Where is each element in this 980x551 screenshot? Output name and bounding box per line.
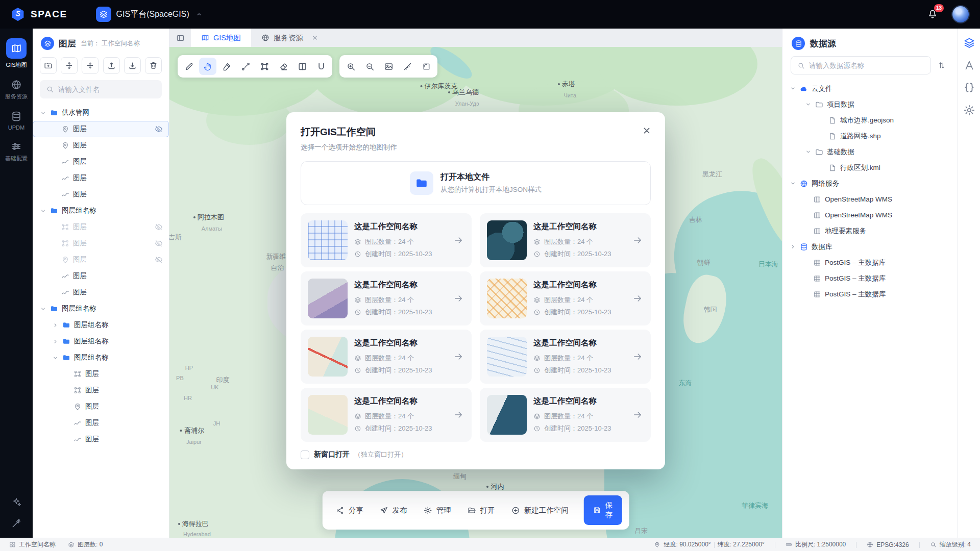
open-workspace-arrow[interactable]	[632, 293, 643, 304]
datasource-table-row[interactable]: PostGIS – 主数据库	[782, 255, 958, 270]
workspace-switcher[interactable]: GIS平台(SpaceGIS)	[96, 7, 203, 22]
layer-row[interactable]: 图层	[33, 431, 169, 447]
layer-group-row[interactable]: 图层组名称	[33, 300, 169, 317]
workspace-card[interactable]: 这是工作空间名称 图层数量：24 个 创建时间：2025-10-23	[301, 213, 472, 267]
layer-row[interactable]: 图层	[33, 268, 169, 284]
layer-row[interactable]: 图层	[33, 170, 169, 186]
manage-button[interactable]: 管理	[424, 506, 451, 515]
datasource-root-row[interactable]: 网络服务	[782, 176, 958, 191]
rail-item-updm[interactable]: UPDM	[1, 106, 32, 135]
datasource-service-row[interactable]: OpenStreetMap WMS	[782, 207, 958, 223]
marker-tool[interactable]	[218, 58, 235, 75]
chevron-down-icon[interactable]	[52, 355, 59, 361]
datasource-file-row[interactable]: 城市边界.geojson	[782, 112, 958, 128]
labels-panel-button[interactable]	[963, 59, 975, 71]
workspace-card[interactable]: 这是工作空间名称 图层数量：24 个 创建时间：2025-10-23	[480, 271, 651, 325]
eye-off-icon[interactable]	[155, 239, 163, 247]
layer-row[interactable]: 图层	[33, 382, 169, 398]
open-workspace-arrow[interactable]	[632, 235, 643, 245]
chevron-right-icon[interactable]	[52, 322, 59, 329]
chevron-down-icon[interactable]	[40, 110, 46, 116]
datasource-table-row[interactable]: PostGIS – 主数据库	[782, 270, 958, 286]
split-tool[interactable]	[293, 58, 311, 75]
open-workspace-arrow[interactable]	[632, 410, 643, 420]
chevron-down-icon[interactable]	[40, 306, 46, 312]
open-workspace-arrow[interactable]	[453, 410, 463, 420]
layer-row[interactable]: 图层	[33, 398, 169, 415]
share-button[interactable]: 分享	[336, 506, 363, 515]
layer-group-row[interactable]: 图层组名称	[33, 317, 169, 333]
layer-row[interactable]: 图层	[33, 154, 169, 170]
eraser-tool[interactable]	[275, 58, 292, 75]
vertex-edit-tool[interactable]	[256, 58, 273, 75]
style-code-panel-button[interactable]	[963, 82, 975, 94]
open-workspace-arrow[interactable]	[453, 235, 463, 245]
settings-panel-button[interactable]	[963, 104, 975, 116]
datasource-root-row[interactable]: 云文件	[782, 81, 958, 96]
datasource-service-row[interactable]: OpenStreetMap WMS	[782, 191, 958, 207]
datasource-folder-row[interactable]: 基础数据	[782, 144, 958, 160]
chevron-right-icon[interactable]	[790, 243, 796, 250]
chevron-down-icon[interactable]	[805, 101, 812, 108]
close-tab-icon[interactable]	[311, 34, 318, 41]
chevron-down-icon[interactable]	[40, 208, 46, 214]
workspace-card[interactable]: 这是工作空间名称 图层数量：24 个 创建时间：2025-10-23	[480, 388, 651, 442]
open-workspace-arrow[interactable]	[453, 293, 463, 304]
collapse-all-button[interactable]	[82, 57, 99, 74]
panel-toggle-button[interactable]	[169, 29, 191, 47]
datasource-folder-row[interactable]: 项目数据	[782, 96, 958, 112]
notifications-button[interactable]: 13	[927, 8, 938, 21]
chevron-down-icon[interactable]	[790, 180, 796, 187]
snapshot-tool[interactable]	[380, 58, 397, 75]
workspace-card[interactable]: 这是工作空间名称 图层数量：24 个 创建时间：2025-10-23	[301, 271, 472, 325]
chevron-right-icon[interactable]	[52, 338, 59, 345]
datasource-search[interactable]	[791, 56, 931, 74]
new-window-checkbox[interactable]	[301, 450, 309, 459]
expand-all-button[interactable]	[61, 57, 78, 74]
merge-tool[interactable]	[312, 58, 330, 75]
select-tool[interactable]	[199, 58, 216, 75]
export-button[interactable]	[124, 57, 141, 74]
open-local-file-button[interactable]: 打开本地文件 从您的计算机打开本地JSON样式	[301, 161, 651, 205]
layer-group-row[interactable]: 供水管网	[33, 105, 169, 121]
open-workspace-arrow[interactable]	[453, 352, 463, 362]
publish-button[interactable]: 发布	[380, 506, 407, 515]
rail-item-gis-map[interactable]: GIS地图	[1, 34, 32, 73]
eye-off-icon[interactable]	[155, 125, 163, 133]
layer-row[interactable]: 图层	[33, 219, 169, 235]
ai-assistant-button[interactable]	[11, 497, 21, 507]
chevron-down-icon[interactable]	[790, 85, 796, 92]
workspace-card[interactable]: 这是工作空间名称 图层数量：24 个 创建时间：2025-10-23	[301, 330, 472, 384]
eye-off-icon[interactable]	[155, 223, 163, 231]
pencil-tool[interactable]	[180, 58, 198, 75]
layer-row[interactable]: 图层	[33, 284, 169, 300]
datasource-table-row[interactable]: PostGIS – 主数据库	[782, 286, 958, 302]
workspace-card[interactable]: 这是工作空间名称 图层数量：24 个 创建时间：2025-10-23	[480, 330, 651, 384]
eye-off-icon[interactable]	[155, 256, 163, 264]
workspace-card[interactable]: 这是工作空间名称 图层数量：24 个 创建时间：2025-10-23	[301, 388, 472, 442]
datasource-file-row[interactable]: 道路网络.shp	[782, 128, 958, 144]
layer-row[interactable]: 图层	[33, 415, 169, 431]
rail-item-base-config[interactable]: 基础配置	[1, 136, 32, 167]
avatar[interactable]	[951, 5, 970, 23]
workspace-card[interactable]: 这是工作空间名称 图层数量：24 个 创建时间：2025-10-23	[480, 213, 651, 267]
measure-distance-tool[interactable]	[399, 58, 416, 75]
layer-row[interactable]: 图层	[33, 252, 169, 268]
route-tool[interactable]	[237, 58, 254, 75]
layer-row[interactable]: 图层	[33, 235, 169, 252]
tab-gis-map[interactable]: GIS地图	[191, 29, 251, 47]
map-canvas[interactable]: 伊尔库茨克乌兰乌德Улан-Удэ赤塔Чита黑龙江吉林朝鲜韩国日本海东海菲律宾…	[169, 47, 782, 538]
datasource-service-row[interactable]: 地理要素服务	[782, 223, 958, 239]
new-workspace-button[interactable]: 新建工作空间	[511, 506, 569, 515]
datasource-sort-button[interactable]	[934, 56, 949, 74]
tab-service-resources[interactable]: 服务资源	[251, 29, 329, 47]
rail-item-service-resources[interactable]: 服务资源	[1, 74, 32, 105]
add-group-button[interactable]	[40, 57, 57, 74]
save-button[interactable]: 保存	[584, 495, 622, 525]
layer-row[interactable]: 图层	[33, 186, 169, 203]
delete-button[interactable]	[145, 57, 162, 74]
layers-search[interactable]	[40, 80, 162, 98]
datasource-root-row[interactable]: 数据库	[782, 239, 958, 255]
layer-group-row[interactable]: 图层组名称	[33, 349, 169, 366]
status-epsg[interactable]: EPSG:4326	[867, 541, 909, 548]
